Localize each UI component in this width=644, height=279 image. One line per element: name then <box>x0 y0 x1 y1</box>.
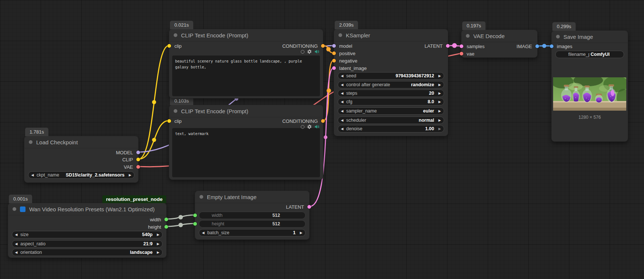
collapse-dot-icon[interactable] <box>556 35 560 38</box>
output-port-conditioning[interactable] <box>321 119 325 123</box>
node-title-bar[interactable]: Save Image <box>552 31 628 43</box>
circle-icon[interactable] <box>301 50 304 54</box>
next-value-arrow[interactable]: ▶ <box>154 249 162 256</box>
node-graph-canvas[interactable]: 0.103s CLIP Text Encode (Prompt) clip CO… <box>0 0 644 279</box>
input-port-width[interactable] <box>193 214 197 217</box>
widget-height[interactable]: height 512 <box>199 220 306 228</box>
output-port-conditioning[interactable] <box>321 44 325 48</box>
next-value-arrow[interactable]: ▶ <box>436 125 444 132</box>
link-dot <box>326 47 331 51</box>
next-value-arrow[interactable]: ▶ <box>154 231 162 238</box>
output-image: IMAGE <box>517 43 532 50</box>
output-port-model[interactable] <box>136 151 140 154</box>
input-port-positive[interactable] <box>332 51 336 55</box>
node-title-bar[interactable]: Empty Latent Image <box>195 191 309 203</box>
node-title-bar[interactable]: CLIP Text Encode (Prompt) <box>169 29 323 41</box>
output-port-latent[interactable] <box>446 44 450 48</box>
output-port-latent[interactable] <box>307 205 311 209</box>
node-ksampler[interactable]: 2.039s KSampler model positive negative … <box>334 29 448 136</box>
next-value-arrow[interactable]: ▶ <box>436 98 444 105</box>
next-value-arrow[interactable]: ▶ <box>154 241 162 247</box>
output-port-vae[interactable] <box>136 165 140 169</box>
prev-value-arrow[interactable]: ◀ <box>338 98 346 105</box>
collapse-dot-icon[interactable] <box>338 33 342 37</box>
output-clip: CLIP <box>122 156 133 163</box>
widget-seed[interactable]: ◀ seed 979433943672912 ▶ <box>338 72 444 80</box>
input-port-vae[interactable] <box>460 52 463 56</box>
widget-denoise[interactable]: ◀ denoise 1.00 ▶ <box>338 125 444 132</box>
output-port-clip[interactable] <box>136 158 140 161</box>
node-vae-decode[interactable]: 0.197s VAE Decode samples vae IMAGE <box>461 30 538 58</box>
next-value-arrow[interactable]: ▶ <box>436 117 444 124</box>
node-wan-resolution-presets[interactable]: 0.001s resolution_preset_node Wan Video … <box>8 203 167 258</box>
widget-batch-size[interactable]: ◀ batch_size 1 ▶ <box>199 229 306 236</box>
input-port-clip[interactable] <box>167 44 171 48</box>
collapse-dot-icon[interactable] <box>29 140 33 144</box>
prev-value-arrow[interactable]: ◀ <box>338 125 346 132</box>
collapse-dot-icon[interactable] <box>174 33 177 37</box>
input-port-samples[interactable] <box>460 44 463 48</box>
input-port-model[interactable] <box>332 44 336 48</box>
prev-value-arrow[interactable]: ◀ <box>12 231 20 238</box>
next-value-arrow[interactable]: ▶ <box>126 172 134 178</box>
widget-filename-prefix[interactable]: filename_prefix ComfyUI <box>555 51 624 58</box>
prev-value-arrow[interactable]: ◀ <box>338 108 346 114</box>
collapse-dot-icon[interactable] <box>466 34 470 38</box>
node-title-bar[interactable]: CLIP Text Encode (Prompt) <box>169 105 323 117</box>
positive-prompt-textarea[interactable]: beautiful scenery nature glass bottle la… <box>172 56 320 96</box>
next-value-arrow[interactable]: ▶ <box>436 81 444 88</box>
node-clip-text-encode-negative[interactable]: 0.103s CLIP Text Encode (Prompt) clip CO… <box>169 105 323 180</box>
prev-value-arrow[interactable]: ◀ <box>12 249 20 256</box>
input-port-negative[interactable] <box>332 59 336 63</box>
link-dot <box>152 138 156 142</box>
gear-icon[interactable] <box>307 124 312 129</box>
prev-value-arrow[interactable]: ◀ <box>338 90 346 97</box>
widget-scheduler[interactable]: ◀ scheduler normal ▶ <box>338 117 444 124</box>
output-conditioning: CONDITIONING <box>282 42 318 50</box>
node-empty-latent-image[interactable]: Empty Latent Image LATENT width 512 heig… <box>195 191 310 240</box>
prev-value-arrow[interactable]: ◀ <box>338 81 346 88</box>
output-port-image[interactable] <box>535 44 539 48</box>
widget-ckpt-name[interactable]: ◀ ckpt_name SD15\clarity_2.safetensors ▶ <box>28 171 134 179</box>
circle-icon[interactable] <box>301 125 304 129</box>
input-port-images[interactable] <box>550 44 553 48</box>
collapse-dot-icon[interactable] <box>200 195 203 199</box>
next-value-arrow[interactable]: ▶ <box>436 73 444 79</box>
negative-prompt-textarea[interactable]: text, watermark <box>172 128 320 177</box>
next-value-arrow[interactable]: ▶ <box>436 108 444 114</box>
next-value-arrow[interactable]: ▶ <box>297 229 305 236</box>
node-save-image[interactable]: 0.299s Save Image images filename_prefix… <box>551 30 628 142</box>
node-title: CLIP Text Encode (Prompt) <box>181 32 248 38</box>
output-port-height[interactable] <box>164 225 168 229</box>
prev-value-arrow[interactable]: ◀ <box>199 229 207 236</box>
widget-size[interactable]: ◀ size 540p ▶ <box>12 231 163 238</box>
widget-steps[interactable]: ◀ steps 20 ▶ <box>338 90 444 97</box>
node-title-bar[interactable]: VAE Decode <box>461 30 537 42</box>
collapse-dot-icon[interactable] <box>174 109 177 113</box>
widget-aspect-ratio[interactable]: ◀ aspect_ratio 21:9 ▶ <box>12 240 163 248</box>
node-clip-text-encode-positive[interactable]: 0.021s CLIP Text Encode (Prompt) clip CO… <box>169 29 323 98</box>
input-latent-image: latent_image <box>339 64 367 72</box>
next-value-arrow[interactable]: ▶ <box>436 90 444 97</box>
input-port-height[interactable] <box>193 222 197 226</box>
widget-cfg[interactable]: ◀ cfg 8.0 ▶ <box>338 98 444 105</box>
widget-width[interactable]: width 512 <box>199 212 306 219</box>
gear-icon[interactable] <box>307 49 312 54</box>
node-title-bar[interactable]: Wan Video Resolution Presets (Wan2.1 Opt… <box>8 203 166 215</box>
input-port-latent-image[interactable] <box>332 66 336 70</box>
input-port-clip[interactable] <box>167 119 171 123</box>
output-port-width[interactable] <box>164 218 168 221</box>
node-load-checkpoint[interactable]: 1.781s Load Checkpoint MODEL CLIP VAE ◀ … <box>24 136 139 183</box>
prev-value-arrow[interactable]: ◀ <box>338 117 346 124</box>
prev-value-arrow[interactable]: ◀ <box>28 172 37 178</box>
widget-control-after-generate[interactable]: ◀ control after generate randomize ▶ <box>338 81 444 88</box>
collapse-dot-icon[interactable] <box>13 207 16 211</box>
prev-value-arrow[interactable]: ◀ <box>338 73 346 79</box>
speaker-icon[interactable] <box>314 49 319 54</box>
speaker-icon[interactable] <box>314 124 319 129</box>
widget-orientation[interactable]: ◀ orientation landscape ▶ <box>12 249 163 256</box>
widget-sampler-name[interactable]: ◀ sampler_name euler ▶ <box>338 107 444 115</box>
node-title-bar[interactable]: Load Checkpoint <box>24 136 138 148</box>
node-title-bar[interactable]: KSampler <box>334 29 448 41</box>
prev-value-arrow[interactable]: ◀ <box>12 241 20 247</box>
